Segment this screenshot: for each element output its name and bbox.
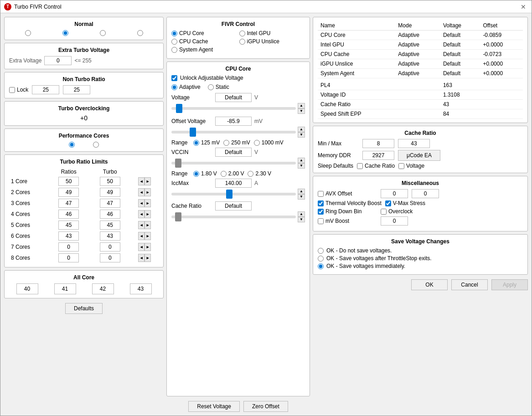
all-core-btn-0[interactable]: 40	[16, 283, 38, 294]
sleep-cache-ratio-checkbox[interactable]	[357, 163, 363, 169]
all-core-btn-1[interactable]: 41	[54, 283, 76, 294]
core-ratio-input-5[interactable]	[58, 231, 79, 241]
iccmax-slider-thumb[interactable]	[226, 190, 232, 199]
core-turbo-input-5[interactable]	[100, 231, 120, 241]
core-arrow-left-6[interactable]: ◄	[138, 243, 145, 251]
iccmax-input[interactable]	[215, 179, 252, 188]
adaptive-radio[interactable]	[171, 84, 177, 90]
core-arrow-left-7[interactable]: ◄	[138, 254, 145, 262]
ok-button[interactable]: OK	[411, 279, 448, 290]
max-input[interactable]	[398, 139, 430, 148]
offset-arrow-down[interactable]: ▼	[298, 132, 305, 138]
offset-voltage-input[interactable]	[215, 117, 252, 126]
core-arrow-right-4[interactable]: ►	[145, 221, 151, 229]
vccin-arrow-down[interactable]: ▼	[298, 163, 305, 169]
cpu-core-radio[interactable]	[171, 31, 177, 36]
unlock-checkbox[interactable]	[171, 75, 177, 81]
save-opt2-radio[interactable]	[318, 256, 324, 262]
core-arrow-left-1[interactable]: ◄	[138, 188, 145, 196]
iccmax-arrow-down[interactable]: ▼	[298, 194, 305, 200]
normal-radio-2[interactable]	[62, 30, 68, 36]
normal-radio-1[interactable]	[25, 30, 31, 36]
voltage-arrow-down[interactable]: ▼	[298, 108, 305, 114]
avx-val1-input[interactable]	[381, 189, 408, 198]
cache-ratio-arrow-up[interactable]: ▲	[298, 211, 305, 217]
core-arrow-left-0[interactable]: ◄	[138, 177, 145, 185]
iccmax-slider[interactable]	[171, 190, 296, 199]
core-ratio-input-7[interactable]	[58, 253, 79, 262]
core-turbo-input-7[interactable]	[100, 253, 120, 262]
voltage-input[interactable]	[215, 93, 252, 102]
mv-boost-input[interactable]	[381, 216, 408, 226]
non-turbo-val2[interactable]	[63, 85, 90, 94]
core-arrow-right-0[interactable]: ►	[145, 177, 151, 185]
sleep-voltage-checkbox[interactable]	[398, 163, 404, 169]
extra-voltage-input[interactable]	[44, 56, 72, 65]
perf-cores-radio-1[interactable]	[69, 142, 75, 148]
mv-boost-checkbox[interactable]	[318, 218, 324, 224]
cache-ratio-slider[interactable]	[171, 212, 296, 221]
core-arrow-left-5[interactable]: ◄	[138, 232, 145, 240]
cache-ratio-arrow-down[interactable]: ▼	[298, 217, 305, 222]
range-125-radio[interactable]	[193, 140, 199, 146]
vccin-range-180-radio[interactable]	[193, 171, 199, 177]
core-turbo-input-0[interactable]	[100, 177, 120, 186]
close-button[interactable]: ✕	[519, 2, 528, 11]
core-arrow-right-5[interactable]: ►	[145, 232, 151, 240]
vccin-slider[interactable]	[171, 159, 296, 168]
voltage-slider-thumb[interactable]	[176, 104, 182, 113]
core-arrow-right-6[interactable]: ►	[145, 243, 151, 251]
core-arrow-right-1[interactable]: ►	[145, 188, 151, 196]
memory-ddr-input[interactable]	[362, 151, 394, 160]
core-ratio-input-0[interactable]	[58, 177, 79, 186]
cpu-cache-radio[interactable]	[171, 39, 177, 45]
thermal-checkbox[interactable]	[318, 200, 324, 206]
vmax-checkbox[interactable]	[385, 200, 391, 206]
all-core-btn-2[interactable]: 42	[92, 283, 114, 294]
cancel-button[interactable]: Cancel	[451, 279, 488, 290]
all-core-btn-3[interactable]: 43	[130, 283, 152, 294]
core-ratio-input-4[interactable]	[58, 221, 79, 230]
core-arrow-right-2[interactable]: ►	[145, 199, 151, 207]
reset-voltage-button[interactable]: Reset Voltage	[188, 401, 240, 412]
offset-arrow-up[interactable]: ▲	[298, 127, 305, 132]
perf-cores-radio-2[interactable]	[93, 142, 99, 148]
avx-checkbox[interactable]	[318, 191, 324, 197]
overclock-checkbox[interactable]	[381, 209, 387, 215]
iccmax-arrow-up[interactable]: ▲	[298, 189, 305, 194]
zero-offset-button[interactable]: Zero Offset	[243, 401, 288, 412]
core-turbo-input-4[interactable]	[100, 221, 120, 230]
core-ratio-input-1[interactable]	[58, 188, 79, 197]
core-turbo-input-6[interactable]	[100, 242, 120, 252]
core-turbo-input-1[interactable]	[100, 188, 120, 197]
core-arrow-left-3[interactable]: ◄	[138, 210, 145, 218]
non-turbo-val1[interactable]	[32, 85, 59, 94]
normal-radio-4[interactable]	[137, 30, 143, 36]
core-turbo-input-2[interactable]	[100, 199, 120, 208]
ring-down-checkbox[interactable]	[318, 209, 324, 215]
core-arrow-left-2[interactable]: ◄	[138, 199, 145, 207]
vccin-input[interactable]	[215, 148, 252, 157]
ucode-btn[interactable]: μCode EA	[398, 150, 440, 161]
defaults-button[interactable]: Defaults	[65, 303, 103, 314]
core-arrow-right-7[interactable]: ►	[145, 254, 151, 262]
vccin-arrow-up[interactable]: ▲	[298, 158, 305, 163]
core-arrow-right-3[interactable]: ►	[145, 210, 151, 218]
system-agent-radio[interactable]	[171, 47, 177, 53]
apply-button[interactable]: Apply	[491, 279, 528, 290]
voltage-arrow-up[interactable]: ▲	[298, 103, 305, 108]
lock-checkbox[interactable]	[9, 87, 15, 93]
avx-val2-input[interactable]	[412, 189, 439, 198]
vccin-range-200-radio[interactable]	[221, 171, 227, 177]
save-opt1-radio[interactable]	[318, 248, 324, 254]
core-turbo-input-3[interactable]	[100, 210, 120, 219]
intel-gpu-radio[interactable]	[239, 31, 245, 36]
range-250-radio[interactable]	[223, 140, 229, 146]
voltage-slider[interactable]	[171, 104, 296, 113]
range-1000-radio[interactable]	[254, 140, 260, 146]
igpu-unslice-radio[interactable]	[239, 39, 245, 45]
core-ratio-input-2[interactable]	[58, 199, 79, 208]
min-input[interactable]	[362, 139, 394, 148]
offset-slider-thumb[interactable]	[190, 128, 196, 137]
save-opt3-radio[interactable]	[318, 263, 324, 269]
